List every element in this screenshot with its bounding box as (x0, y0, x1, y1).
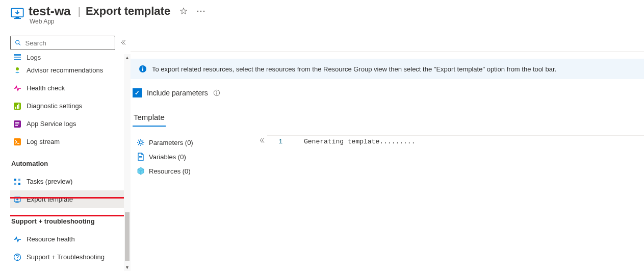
page-title: Export template (86, 5, 170, 18)
diagnostic-icon (13, 102, 21, 110)
logs-icon (13, 54, 21, 61)
sidebar-item-label: Diagnostic settings (27, 102, 82, 110)
svg-rect-35 (216, 92, 217, 94)
sidebar-item-label: Logs (27, 54, 41, 61)
tree-label: Resources (0) (149, 167, 191, 175)
sidebar-item-tasks[interactable]: Tasks (preview) (10, 173, 124, 190)
scroll-up-button[interactable]: ▲ (124, 54, 131, 61)
tree-variables[interactable]: Variables (0) (137, 150, 257, 164)
more-button[interactable] (197, 10, 205, 12)
sidebar-item-resource-health[interactable]: Resource health (10, 230, 124, 248)
resource-name: test-wa (29, 4, 71, 18)
heartbeat-icon (13, 84, 21, 92)
sidebar-item-export-template[interactable]: Export template (10, 190, 124, 208)
help-tooltip-icon[interactable] (213, 89, 220, 96)
template-tree: Parameters (0) Variables (0) Resources (… (131, 135, 257, 178)
sidebar-item-health-check[interactable]: Health check (10, 79, 124, 97)
svg-rect-9 (14, 57, 21, 58)
svg-rect-8 (14, 54, 21, 56)
help-circle-icon (13, 253, 21, 261)
svg-rect-1 (16, 17, 19, 18)
resource-health-icon (13, 235, 21, 243)
sidebar-section-automation: Automation (10, 151, 124, 173)
resource-type: Web App (30, 18, 205, 25)
svg-point-5 (203, 11, 204, 12)
svg-rect-23 (18, 179, 20, 181)
sidebar-item-advisor[interactable]: Advisor recommendations (10, 61, 124, 79)
svg-rect-2 (14, 18, 21, 19)
sidebar-item-logs[interactable]: Logs (10, 54, 124, 61)
sidebar-item-support[interactable]: Support + Troubleshooting (10, 248, 124, 266)
search-icon (15, 39, 21, 46)
sidebar-item-label: Log stream (27, 138, 60, 145)
tree-parameters[interactable]: Parameters (0) (137, 135, 257, 150)
info-banner: To export related resources, select the … (131, 59, 644, 79)
svg-point-29 (17, 259, 18, 260)
cube-icon (137, 167, 145, 175)
tree-label: Parameters (0) (149, 139, 193, 146)
export-template-icon (13, 195, 21, 204)
sidebar-item-label: Tasks (preview) (27, 178, 72, 185)
favorite-button[interactable] (179, 7, 188, 15)
svg-rect-21 (14, 179, 16, 181)
tasks-icon (13, 178, 21, 186)
scroll-thumb[interactable] (125, 212, 130, 261)
sidebar-item-label: Export template (27, 195, 73, 203)
sidebar-search[interactable] (10, 36, 115, 50)
tab-template[interactable]: Template (133, 110, 166, 127)
svg-rect-22 (14, 183, 16, 185)
svg-point-32 (142, 66, 143, 67)
svg-rect-19 (15, 125, 18, 126)
log-stream-icon (13, 138, 21, 146)
sidebar-item-label: Support + Troubleshooting (27, 253, 105, 261)
page-header: test-wa | Export template Web App (0, 0, 644, 31)
sidebar-scrollbar[interactable]: ▲ ▼ (124, 54, 131, 271)
sidebar-item-label: Health check (27, 84, 65, 92)
svg-point-34 (216, 91, 217, 92)
sidebar-item-label: Resource health (27, 235, 75, 243)
svg-rect-27 (15, 202, 19, 203)
tabs: Template (133, 110, 644, 127)
advisor-icon (13, 66, 21, 75)
info-text: To export related resources, select the … (152, 65, 556, 73)
svg-rect-31 (142, 68, 143, 71)
template-editor[interactable]: 1 Generating template......... (267, 135, 644, 178)
tree-label: Variables (0) (149, 153, 186, 161)
svg-rect-26 (16, 202, 18, 203)
file-icon (137, 153, 145, 161)
sidebar-item-diagnostic-settings[interactable]: Diagnostic settings (10, 97, 124, 115)
svg-rect-14 (17, 105, 18, 109)
checkmark-icon: ✓ (135, 89, 140, 96)
svg-rect-17 (15, 122, 19, 123)
gear-icon (137, 138, 145, 146)
sidebar-item-app-service-logs[interactable]: App Service logs (10, 115, 124, 133)
sidebar: Logs Advisor recommendations Health chec… (0, 31, 131, 271)
sidebar-item-label: App Service logs (27, 120, 76, 128)
search-input[interactable] (24, 39, 111, 47)
editor-content: Generating template......... (289, 138, 644, 178)
svg-rect-10 (14, 59, 21, 60)
svg-rect-38 (139, 158, 142, 158)
svg-point-11 (16, 67, 19, 70)
tree-resources[interactable]: Resources (0) (137, 164, 257, 178)
main-content: To export related resources, select the … (131, 31, 644, 271)
info-icon (139, 65, 147, 73)
sidebar-item-label: Advisor recommendations (27, 66, 103, 74)
scroll-down-button[interactable]: ▼ (124, 264, 131, 271)
svg-point-4 (200, 11, 201, 12)
app-logs-icon (13, 120, 21, 128)
sidebar-item-log-stream[interactable]: Log stream (10, 133, 124, 151)
sidebar-section-support: Support + troubleshooting (10, 208, 124, 230)
svg-rect-37 (139, 156, 142, 157)
include-parameters-checkbox[interactable]: ✓ (133, 88, 142, 97)
svg-rect-13 (15, 107, 16, 109)
line-number: 1 (267, 138, 289, 178)
svg-rect-15 (18, 104, 19, 109)
include-parameters-label: Include parameters (147, 89, 208, 97)
collapse-sidebar-button[interactable] (120, 39, 126, 47)
collapse-tree-button[interactable] (257, 135, 267, 147)
title-divider: | (78, 6, 81, 17)
svg-point-3 (197, 11, 198, 12)
svg-line-7 (19, 44, 20, 45)
svg-point-36 (139, 141, 142, 144)
